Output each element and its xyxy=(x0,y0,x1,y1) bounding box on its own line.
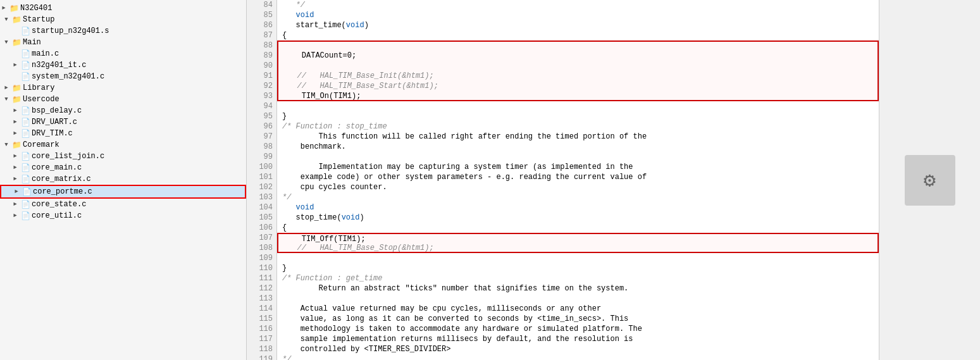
file-icon: 📄 xyxy=(20,211,30,221)
folder-icon: 📁 xyxy=(11,15,22,25)
project-icon: 📁 xyxy=(9,3,19,13)
sidebar-item-core_state[interactable]: ►📄core_state.c xyxy=(0,199,246,210)
expand-icon[interactable]: ► xyxy=(13,188,20,196)
line-num-text: 116 xyxy=(259,324,273,334)
right-panel: ⚙ xyxy=(879,0,980,360)
line-num-text: 102 xyxy=(259,182,273,192)
indent xyxy=(3,106,11,115)
file-icon: 📄 xyxy=(20,163,30,173)
no-expand xyxy=(11,73,19,80)
line-number-95: 95 xyxy=(251,111,273,121)
line-number-113: 113 xyxy=(251,294,273,304)
code-line-103: */ xyxy=(277,192,879,202)
indent xyxy=(3,61,11,70)
line-num-text: 95 xyxy=(264,111,273,121)
sidebar-item-coremark[interactable]: ▼📁Coremark xyxy=(0,139,246,151)
tree-label: core_util.c xyxy=(32,211,82,220)
line-num-text: 110 xyxy=(259,263,273,273)
sidebar-item-core_util[interactable]: ►📄core_util.c xyxy=(0,210,246,221)
sidebar-item-core_matrix[interactable]: ►📄core_matrix.c xyxy=(0,173,246,185)
code-line-105: stop_time(void) xyxy=(277,213,879,223)
tree-label: Usercode xyxy=(23,95,59,104)
line-num-text: 109 xyxy=(259,253,273,263)
expand-icon[interactable]: ► xyxy=(11,118,19,126)
line-num-text: 103 xyxy=(259,192,273,202)
sidebar-item-core_list_join[interactable]: ►📄core_list_join.c xyxy=(0,151,246,162)
indent xyxy=(4,187,13,196)
code-line-119: */ xyxy=(277,354,879,360)
folder-icon: 📁 xyxy=(11,140,22,150)
line-num-text: 108 xyxy=(259,243,273,253)
sidebar-item-library[interactable]: ►📁Library xyxy=(0,82,246,94)
line-num-text: 118 xyxy=(259,344,273,354)
line-number-106: 106 xyxy=(251,223,273,233)
expand-icon[interactable]: ► xyxy=(11,61,19,69)
expand-icon[interactable]: ► xyxy=(11,175,19,183)
sidebar-item-core_main[interactable]: ►📄core_main.c xyxy=(0,162,246,173)
sidebar-item-drv_tim[interactable]: ►📄DRV_TIM.c xyxy=(0,128,246,139)
line-number-109: 109 xyxy=(251,253,273,263)
line-num-text: 115 xyxy=(259,314,273,324)
sidebar-item-startup_n32g401[interactable]: 📄startup_n32g401.s xyxy=(0,25,246,37)
sidebar-item-system_n32g401[interactable]: 📄system_n32g401.c xyxy=(0,71,246,82)
sidebar-item-core_portme[interactable]: ►📄core_portme.c xyxy=(0,185,246,199)
collapse-icon[interactable]: ▼ xyxy=(3,16,10,23)
file-icon: 📄 xyxy=(20,71,30,82)
code-editor: 8485868788899091929394959697989910010110… xyxy=(247,0,879,360)
line-number-118: 118 xyxy=(251,344,273,354)
folder-icon: 📁 xyxy=(11,37,22,47)
line-number-90: 90 xyxy=(251,61,273,71)
code-line-115: value, as long as it can be converted to… xyxy=(277,314,879,324)
tree-label: core_portme.c xyxy=(33,187,92,196)
sidebar-item-main_c[interactable]: 📄main.c xyxy=(0,48,246,59)
file-tree[interactable]: ►📁N32G401 ▼📁Startup 📄startup_n32g401.s ▼… xyxy=(0,0,247,360)
tree-label: bsp_delay.c xyxy=(32,106,82,115)
expand-icon[interactable]: ► xyxy=(0,4,8,12)
expand-icon[interactable]: ► xyxy=(11,152,19,160)
sidebar-item-n32g401_it[interactable]: ►📄n32g401_it.c xyxy=(0,59,246,71)
line-number-103: 103 xyxy=(251,192,273,202)
code-line-87: { xyxy=(277,30,879,40)
sidebar-item-main[interactable]: ▼📁Main xyxy=(0,37,246,48)
sidebar-item-drv_uart[interactable]: ►📄DRV_UART.c xyxy=(0,116,246,128)
code-line-116: methodology is taken to accommodate any … xyxy=(277,324,879,334)
tree-label: system_n32g401.c xyxy=(32,72,104,81)
code-line-95: } xyxy=(277,111,879,121)
expand-icon[interactable]: ► xyxy=(11,164,19,171)
folder-icon: 📁 xyxy=(11,94,22,104)
line-num-text: 93 xyxy=(264,91,273,101)
expand-icon[interactable]: ► xyxy=(11,212,19,220)
expand-icon[interactable]: ► xyxy=(11,107,19,115)
sidebar-item-n32g401[interactable]: ►📁N32G401 xyxy=(0,3,246,14)
line-num-text: 107 xyxy=(259,233,273,243)
sidebar-item-bsp_delay[interactable]: ►📄bsp_delay.c xyxy=(0,105,246,116)
collapse-icon[interactable]: ▼ xyxy=(3,141,10,149)
expand-icon[interactable]: ► xyxy=(11,201,19,208)
expand-icon[interactable]: ► xyxy=(3,84,10,92)
code-line-92: // HAL_TIM_Base_Start(&htm1); xyxy=(277,81,879,91)
line-number-84: 84 xyxy=(251,0,273,10)
line-num-text: 117 xyxy=(259,334,273,344)
indent xyxy=(3,175,11,183)
indent xyxy=(3,200,11,209)
line-number-97: 97 xyxy=(251,132,273,142)
line-number-105: 105 xyxy=(251,213,273,223)
code-line-113 xyxy=(277,294,879,304)
expand-icon[interactable]: ► xyxy=(11,130,19,137)
tree-label: n32g401_it.c xyxy=(32,61,86,70)
collapse-icon[interactable]: ▼ xyxy=(3,39,10,46)
line-num-text: 111 xyxy=(259,273,273,283)
tree-label: core_list_join.c xyxy=(32,152,104,161)
tree-label: Library xyxy=(23,84,54,92)
sidebar-item-startup[interactable]: ▼📁Startup xyxy=(0,14,246,25)
line-number-115: 115 xyxy=(251,314,273,324)
file-icon: 📄 xyxy=(20,117,30,127)
sidebar-item-usercode[interactable]: ▼📁Usercode xyxy=(0,94,246,105)
line-num-text: 98 xyxy=(264,142,273,152)
line-number-85: 85 xyxy=(251,10,273,20)
indent xyxy=(3,211,11,220)
collapse-icon[interactable]: ▼ xyxy=(3,96,10,103)
line-number-108: 108 xyxy=(251,243,273,253)
line-number-89: 89 xyxy=(251,51,273,61)
code-line-104: void xyxy=(277,202,879,213)
